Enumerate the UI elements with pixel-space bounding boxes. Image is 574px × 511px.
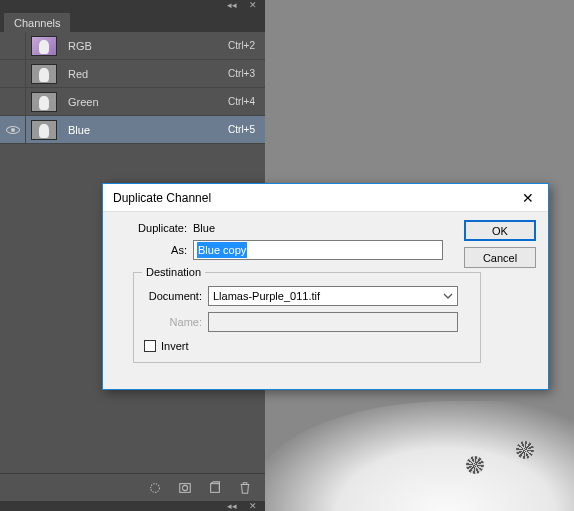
visibility-toggle[interactable] xyxy=(0,116,26,143)
visibility-toggle[interactable] xyxy=(0,88,26,115)
panel-window-controls-top: ◂◂ ✕ xyxy=(0,0,265,10)
duplicate-channel-dialog: Duplicate Channel ✕ OK Cancel Duplicate:… xyxy=(102,183,549,390)
collapse-icon[interactable]: ◂◂ xyxy=(227,501,237,511)
channel-thumbnail xyxy=(31,92,57,112)
as-input-value: Blue copy xyxy=(197,242,247,258)
invert-label[interactable]: Invert xyxy=(161,340,189,352)
invert-checkbox[interactable] xyxy=(144,340,156,352)
channel-shortcut: Ctrl+5 xyxy=(205,124,265,135)
chevron-down-icon xyxy=(439,287,457,305)
mask-from-channel-icon[interactable] xyxy=(177,480,193,496)
document-label: Document: xyxy=(142,290,208,302)
panel-tabbar: Channels xyxy=(0,10,265,32)
duplicate-label: Duplicate: xyxy=(115,222,193,234)
channel-shortcut: Ctrl+3 xyxy=(205,68,265,79)
name-input xyxy=(208,312,458,332)
channel-row[interactable]: RGB Ctrl+2 xyxy=(0,32,265,60)
dialog-close-button[interactable]: ✕ xyxy=(508,184,548,212)
channels-list: RGB Ctrl+2 Red Ctrl+3 Green Ctrl+4 Blue … xyxy=(0,32,265,144)
close-icon[interactable]: ✕ xyxy=(249,501,257,511)
ok-button[interactable]: OK xyxy=(464,220,536,241)
destination-legend: Destination xyxy=(142,266,205,278)
channel-name: Blue xyxy=(62,124,205,136)
channel-row[interactable]: Green Ctrl+4 xyxy=(0,88,265,116)
panel-window-controls-bottom: ◂◂ ✕ xyxy=(0,501,265,511)
document-select[interactable]: Llamas-Purple_011.tif xyxy=(208,286,458,306)
cancel-button[interactable]: Cancel xyxy=(464,247,536,268)
channel-name: RGB xyxy=(62,40,205,52)
collapse-icon[interactable]: ◂◂ xyxy=(227,0,237,10)
as-input[interactable]: Blue copy xyxy=(193,240,443,260)
panel-footer xyxy=(0,473,265,501)
svg-point-0 xyxy=(151,483,160,492)
channel-shortcut: Ctrl+4 xyxy=(205,96,265,107)
channel-shortcut: Ctrl+2 xyxy=(205,40,265,51)
as-label: As: xyxy=(115,244,193,256)
dialog-title: Duplicate Channel xyxy=(113,191,508,205)
close-icon[interactable]: ✕ xyxy=(249,0,257,10)
channel-thumbnail xyxy=(31,120,57,140)
channel-row[interactable]: Blue Ctrl+5 xyxy=(0,116,265,144)
document-select-value: Llamas-Purple_011.tif xyxy=(213,290,320,302)
channel-row[interactable]: Red Ctrl+3 xyxy=(0,60,265,88)
duplicate-source-value: Blue xyxy=(193,222,215,234)
svg-point-2 xyxy=(182,485,187,490)
delete-channel-icon[interactable] xyxy=(237,480,253,496)
channel-name: Green xyxy=(62,96,205,108)
selection-to-channel-icon[interactable] xyxy=(147,480,163,496)
visibility-toggle[interactable] xyxy=(0,60,26,87)
channel-thumbnail xyxy=(31,64,57,84)
document-image xyxy=(254,401,574,511)
visibility-toggle[interactable] xyxy=(0,32,26,59)
name-label: Name: xyxy=(142,316,208,328)
svg-rect-3 xyxy=(211,483,220,492)
channel-name: Red xyxy=(62,68,205,80)
new-channel-icon[interactable] xyxy=(207,480,223,496)
destination-group: Destination Document: Llamas-Purple_011.… xyxy=(133,266,481,363)
dialog-titlebar[interactable]: Duplicate Channel ✕ xyxy=(103,184,548,212)
tab-channels[interactable]: Channels xyxy=(4,13,70,32)
channel-thumbnail xyxy=(31,36,57,56)
eye-icon xyxy=(6,126,20,134)
